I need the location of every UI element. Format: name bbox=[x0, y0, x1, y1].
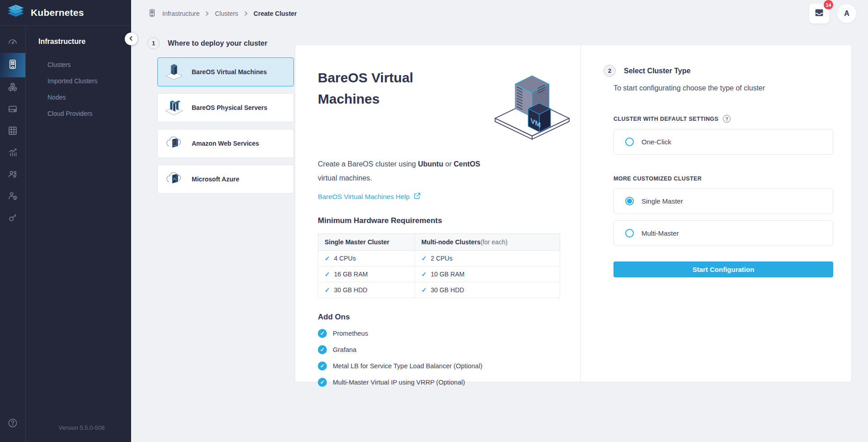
vm-server-illustration: VM bbox=[492, 67, 572, 145]
rail-item-storage[interactable] bbox=[0, 99, 25, 121]
inbox-icon bbox=[814, 7, 825, 20]
bareos-vm-icon bbox=[164, 62, 184, 82]
deploy-option-label: BareOS Virtual Machines bbox=[192, 68, 267, 76]
check-icon: ✓ bbox=[421, 286, 427, 294]
radio-unchecked-icon[interactable] bbox=[625, 229, 634, 238]
deploy-option-amazon-web-services[interactable]: Amazon Web Services bbox=[157, 129, 294, 158]
breadcrumb-building-icon bbox=[147, 8, 157, 19]
check-icon: ✓ bbox=[421, 271, 427, 278]
sidebar-item-clusters[interactable]: Clusters bbox=[38, 57, 131, 73]
brand-name: Kubernetes bbox=[31, 7, 84, 18]
customized-cluster-group-label: MORE CUSTOMIZED CLUSTER bbox=[613, 176, 833, 182]
deploy-option-bareos-physical-servers[interactable]: BareOS Physical Servers bbox=[157, 93, 294, 122]
addon-grafana: ✓ Grafana bbox=[318, 345, 572, 354]
sidebar-collapse-button[interactable] bbox=[125, 33, 137, 45]
kubernetes-layers-logo-icon bbox=[7, 5, 25, 21]
detail-section: BareOS Virtual Machines bbox=[295, 45, 581, 382]
sidebar-item-cloud-providers[interactable]: Cloud Providers bbox=[38, 105, 131, 122]
check-icon: ✓ bbox=[325, 255, 330, 262]
notification-badge: 14 bbox=[824, 0, 833, 10]
breadcrumb: Infrastructure Clusters Create Cluster bbox=[147, 8, 297, 19]
step2-subtitle: To start configurating choose the type o… bbox=[613, 84, 833, 92]
deploy-option-label: BareOS Physical Servers bbox=[192, 104, 267, 111]
chevron-right-icon bbox=[205, 11, 209, 16]
main-area: Infrastructure Clusters Create Cluster 1… bbox=[131, 0, 868, 442]
check-icon: ✓ bbox=[325, 271, 330, 278]
chevron-left-icon bbox=[128, 35, 134, 43]
checked-circle-icon[interactable]: ✓ bbox=[318, 329, 327, 338]
table-row: ✓4 CPUs ✓2 CPUs bbox=[318, 251, 560, 266]
help-icon bbox=[7, 417, 19, 431]
addon-prometheus: ✓ Prometheus bbox=[318, 329, 572, 338]
rail-item-access-control[interactable] bbox=[0, 186, 25, 208]
step1-header: 1 Where to deploy your cluster bbox=[147, 37, 295, 49]
topbar-right: 14 A bbox=[809, 4, 856, 24]
cluster-type-one-click[interactable]: One-Click bbox=[613, 129, 833, 155]
deploy-option-label: Microsoft Azure bbox=[192, 176, 239, 183]
chevron-right-icon bbox=[244, 11, 248, 16]
monitoring-chart-icon bbox=[7, 147, 19, 160]
dashboard-gauge-icon bbox=[7, 35, 19, 49]
radio-unchecked-icon[interactable] bbox=[625, 138, 634, 146]
rail-item-dashboard[interactable] bbox=[0, 31, 25, 53]
addon-vrrp: ✓ Multi-Master Virtual IP using VRRP (Op… bbox=[318, 378, 572, 387]
access-control-user-shield-icon bbox=[7, 190, 19, 204]
cluster-type-single-master[interactable]: Single Master bbox=[613, 188, 833, 214]
rail-item-infrastructure[interactable] bbox=[0, 53, 25, 77]
user-management-users-gear-icon bbox=[7, 168, 19, 182]
step2-header: 2 Select Cluster Type bbox=[604, 65, 833, 77]
step2-title: Select Cluster Type bbox=[624, 67, 690, 75]
icon-rail bbox=[0, 26, 26, 442]
notifications-button[interactable]: 14 bbox=[809, 4, 829, 24]
checked-circle-icon[interactable]: ✓ bbox=[318, 345, 327, 354]
deploy-option-microsoft-azure[interactable]: Microsoft Azure bbox=[157, 165, 294, 194]
detail-description: Create a BareOS cluster using Ubuntu or … bbox=[318, 157, 490, 185]
rail-item-monitoring[interactable] bbox=[0, 143, 25, 164]
avatar[interactable]: A bbox=[837, 4, 856, 23]
breadcrumb-infrastructure[interactable]: Infrastructure bbox=[162, 10, 199, 17]
breadcrumb-clusters[interactable]: Clusters bbox=[215, 10, 238, 17]
rail-item-workloads[interactable] bbox=[0, 77, 25, 99]
sidebar-item-imported-clusters[interactable]: Imported Clusters bbox=[38, 73, 131, 89]
requirements-heading: Minimum Hardware Requirements bbox=[318, 216, 572, 225]
rail-item-help[interactable] bbox=[0, 413, 25, 435]
rail-item-keys[interactable] bbox=[0, 208, 25, 229]
brand-logo[interactable]: Kubernetes bbox=[0, 0, 131, 26]
rail-item-apps[interactable] bbox=[0, 121, 25, 143]
aws-cloud-icon bbox=[164, 133, 184, 154]
step1-column: 1 Where to deploy your cluster BareOS Vi… bbox=[147, 33, 295, 442]
external-link-icon bbox=[414, 192, 421, 201]
detail-title: BareOS Virtual Machines bbox=[318, 67, 449, 145]
addon-metal-lb: ✓ Metal LB for Service Type Load Balance… bbox=[318, 361, 572, 371]
requirements-col-single-master: Single Master Cluster bbox=[318, 234, 415, 251]
requirements-col-multi-node: Multi-node Clusters(for each) bbox=[415, 234, 560, 251]
bareos-physical-servers-icon bbox=[164, 97, 184, 118]
deploy-option-bareos-virtual-machines[interactable]: BareOS Virtual Machines bbox=[157, 57, 294, 86]
table-row: ✓16 GB RAM ✓10 GB RAM bbox=[318, 266, 560, 282]
sidebar: Kubernetes bbox=[0, 0, 131, 442]
step1-title: Where to deploy your cluster bbox=[168, 39, 267, 48]
rail-item-user-management[interactable] bbox=[0, 164, 25, 186]
addons-heading: Add Ons bbox=[318, 313, 572, 322]
infrastructure-building-icon bbox=[7, 58, 19, 72]
secondary-nav: Infrastructure Clusters Imported Cluster… bbox=[26, 26, 131, 442]
checked-circle-icon[interactable]: ✓ bbox=[318, 378, 327, 387]
version-label: Version 5.5.0-506 bbox=[59, 424, 105, 431]
step2-section: 2 Select Cluster Type To start configura… bbox=[581, 45, 851, 382]
cluster-type-multi-master[interactable]: Multi-Master bbox=[613, 220, 833, 246]
sidebar-item-nodes[interactable]: Nodes bbox=[38, 89, 131, 105]
default-settings-group-label: CLUSTER WITH DEFAULT SETTINGS ? bbox=[613, 115, 833, 123]
start-configuration-button[interactable]: Start Configuration bbox=[613, 261, 833, 277]
keys-icon bbox=[7, 212, 19, 225]
breadcrumb-create-cluster: Create Cluster bbox=[254, 10, 297, 17]
help-circle-icon[interactable]: ? bbox=[723, 115, 731, 123]
deploy-option-label: Amazon Web Services bbox=[192, 140, 259, 147]
radio-checked-icon[interactable] bbox=[625, 197, 634, 205]
bareos-help-link[interactable]: BareOS Virtual Machines Help bbox=[318, 192, 421, 201]
cluster-detail-panel: BareOS Virtual Machines bbox=[295, 44, 852, 382]
step1-number: 1 bbox=[147, 37, 160, 49]
checked-circle-icon[interactable]: ✓ bbox=[318, 361, 327, 371]
nav-section-title: Infrastructure bbox=[38, 38, 131, 46]
step2-number: 2 bbox=[604, 65, 616, 77]
azure-cloud-icon bbox=[164, 169, 184, 190]
